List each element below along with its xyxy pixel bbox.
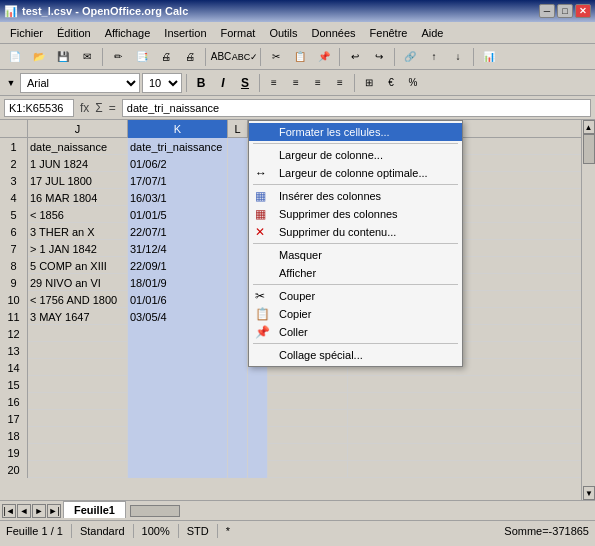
cell-k16[interactable] <box>128 393 228 410</box>
cell-k11[interactable]: 03/05/4 <box>128 308 228 325</box>
align-left-button[interactable]: ≡ <box>264 73 284 93</box>
cell-j13[interactable] <box>28 342 128 359</box>
cell-k9[interactable]: 18/01/9 <box>128 274 228 291</box>
cell-l7[interactable] <box>228 240 248 257</box>
open-button[interactable]: 📂 <box>28 47 50 67</box>
cell-k6[interactable]: 22/07/1 <box>128 223 228 240</box>
ctx-show[interactable]: Afficher <box>249 264 462 282</box>
cell-k5[interactable]: 01/01/5 <box>128 206 228 223</box>
menu-aide[interactable]: Aide <box>415 25 449 41</box>
cell-k17[interactable] <box>128 410 228 427</box>
paste-button[interactable]: 📌 <box>313 47 335 67</box>
cell-k14[interactable] <box>128 359 228 376</box>
menu-format[interactable]: Format <box>215 25 262 41</box>
cell-k2[interactable]: 01/06/2 <box>128 155 228 172</box>
horizontal-scrollbar[interactable] <box>126 501 595 520</box>
cell-m15[interactable] <box>248 376 268 393</box>
cell-n19[interactable] <box>268 444 348 461</box>
font-select[interactable]: Arial <box>20 73 140 93</box>
scroll-thumb[interactable] <box>583 134 595 164</box>
cell-n20[interactable] <box>268 461 348 478</box>
cell-k13[interactable] <box>128 342 228 359</box>
hyperlink-button[interactable]: 🔗 <box>399 47 421 67</box>
cell-k15[interactable] <box>128 376 228 393</box>
cell-k18[interactable] <box>128 427 228 444</box>
cell-l18[interactable] <box>228 427 248 444</box>
cell-m16[interactable] <box>248 393 268 410</box>
cell-k10[interactable]: 01/01/6 <box>128 291 228 308</box>
cell-l11[interactable] <box>228 308 248 325</box>
cell-reference-input[interactable] <box>4 99 74 117</box>
cell-k8[interactable]: 22/09/1 <box>128 257 228 274</box>
cell-k1[interactable]: date_tri_naissance <box>128 138 228 155</box>
ctx-delete-content[interactable]: ✕ Supprimer du contenu... <box>249 223 462 241</box>
close-button[interactable]: ✕ <box>575 4 591 18</box>
cell-k4[interactable]: 16/03/1 <box>128 189 228 206</box>
cell-j10[interactable]: < 1756 AND 1800 <box>28 291 128 308</box>
ctx-optimal-width[interactable]: ↔ Largeur de colonne optimale... <box>249 164 462 182</box>
cell-l20[interactable] <box>228 461 248 478</box>
cell-m20[interactable] <box>248 461 268 478</box>
ctx-hide[interactable]: Masquer <box>249 246 462 264</box>
align-center-button[interactable]: ≡ <box>286 73 306 93</box>
cell-j20[interactable] <box>28 461 128 478</box>
cell-l10[interactable] <box>228 291 248 308</box>
cell-n15[interactable] <box>268 376 348 393</box>
maximize-button[interactable]: □ <box>557 4 573 18</box>
redo-button[interactable]: ↪ <box>368 47 390 67</box>
cell-j5[interactable]: < 1856 <box>28 206 128 223</box>
minimize-button[interactable]: ─ <box>539 4 555 18</box>
menu-fichier[interactable]: Fichier <box>4 25 49 41</box>
ctx-paste[interactable]: 📌 Coller <box>249 323 462 341</box>
underline-button[interactable]: S <box>235 73 255 93</box>
menu-insertion[interactable]: Insertion <box>158 25 212 41</box>
cell-l1[interactable] <box>228 138 248 155</box>
cell-l4[interactable] <box>228 189 248 206</box>
bold-button[interactable]: B <box>191 73 211 93</box>
cell-j12[interactable] <box>28 325 128 342</box>
cell-l17[interactable] <box>228 410 248 427</box>
cell-l15[interactable] <box>228 376 248 393</box>
edit-file-button[interactable]: ✏ <box>107 47 129 67</box>
font-name-dropdown-btn[interactable]: ▼ <box>4 73 18 93</box>
cell-n18[interactable] <box>268 427 348 444</box>
ctx-column-width[interactable]: Largeur de colonne... <box>249 146 462 164</box>
cell-n16[interactable] <box>268 393 348 410</box>
menu-edition[interactable]: Édition <box>51 25 97 41</box>
email-button[interactable]: ✉ <box>76 47 98 67</box>
equals-icon[interactable]: = <box>107 101 118 115</box>
cell-l16[interactable] <box>228 393 248 410</box>
cell-k7[interactable]: 31/12/4 <box>128 240 228 257</box>
hscroll-thumb[interactable] <box>130 505 180 517</box>
cell-j14[interactable] <box>28 359 128 376</box>
cell-l5[interactable] <box>228 206 248 223</box>
font-size-select[interactable]: 10 <box>142 73 182 93</box>
new-button[interactable]: 📄 <box>4 47 26 67</box>
cell-l19[interactable] <box>228 444 248 461</box>
cut-button[interactable]: ✂ <box>265 47 287 67</box>
cell-j16[interactable] <box>28 393 128 410</box>
cell-k20[interactable] <box>128 461 228 478</box>
cell-j1[interactable]: date_naissance <box>28 138 128 155</box>
cell-j19[interactable] <box>28 444 128 461</box>
cell-j6[interactable]: 3 THER an X <box>28 223 128 240</box>
cell-j11[interactable]: 3 MAY 1647 <box>28 308 128 325</box>
cell-j2[interactable]: 1 JUN 1824 <box>28 155 128 172</box>
spellcheck2-button[interactable]: ABC✓ <box>234 47 256 67</box>
cell-j9[interactable]: 29 NIVO an VI <box>28 274 128 291</box>
sheet-tab-feuille1[interactable]: Feuille1 <box>63 501 126 518</box>
cell-j18[interactable] <box>28 427 128 444</box>
export-pdf-button[interactable]: 📑 <box>131 47 153 67</box>
cell-j8[interactable]: 5 COMP an XIII <box>28 257 128 274</box>
sheet-nav-prev[interactable]: ◄ <box>17 504 31 518</box>
cell-k3[interactable]: 17/07/1 <box>128 172 228 189</box>
save-button[interactable]: 💾 <box>52 47 74 67</box>
cell-m18[interactable] <box>248 427 268 444</box>
cell-l8[interactable] <box>228 257 248 274</box>
cell-l14[interactable] <box>228 359 248 376</box>
merge-button[interactable]: ⊞ <box>359 73 379 93</box>
cell-j17[interactable] <box>28 410 128 427</box>
col-header-l[interactable]: L <box>228 120 248 138</box>
align-right-button[interactable]: ≡ <box>308 73 328 93</box>
col-header-k[interactable]: K <box>128 120 228 138</box>
